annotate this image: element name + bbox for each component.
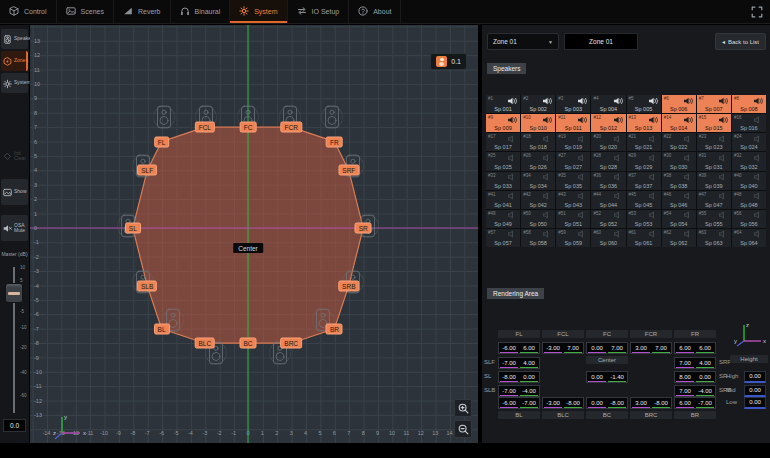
tab-label: Control — [24, 8, 47, 15]
rendering-value-fl[interactable]: -6.006.00 — [498, 342, 540, 354]
tab-binaural[interactable]: Binaural — [171, 0, 231, 23]
y-axis-tick: -12 — [34, 398, 42, 404]
rendering-value-slf[interactable]: -7.004.00 — [498, 357, 540, 369]
master-value-box: 0.0 — [3, 419, 26, 432]
canvas-object-label-sr[interactable]: SR — [355, 223, 372, 234]
canvas-object-label-fcl[interactable]: FCL — [195, 122, 215, 133]
master-fader-knob[interactable] — [5, 283, 23, 303]
canvas-object-label-srf[interactable]: SRF — [338, 165, 359, 176]
height-value-low[interactable]: 0.00 — [744, 397, 766, 409]
svg-text:y: y — [734, 338, 737, 344]
svg-text:y: y — [64, 414, 67, 420]
sidebar-item-zones[interactable]: Zones — [1, 51, 28, 71]
tab-control[interactable]: Control — [0, 0, 57, 23]
y-axis-tick: 10 — [34, 81, 40, 87]
sidebar-item-speakers[interactable]: Speakers — [1, 29, 28, 49]
value-x: 6.00 — [676, 343, 694, 353]
y-axis-tick: -11 — [34, 383, 42, 389]
sidebar-item-system[interactable]: System — [1, 73, 28, 93]
rendering-value-bl[interactable]: -6.00-7.00 — [498, 397, 540, 409]
tab-reverb[interactable]: Reverb — [114, 0, 171, 23]
x-axis-tick: 8 — [362, 430, 365, 436]
rendering-value-brc[interactable]: 3.00-8.00 — [630, 397, 672, 409]
y-axis-tick: 7 — [34, 124, 37, 130]
x-axis-tick: 4 — [304, 430, 307, 436]
tab-io-setup[interactable]: IO Setup — [288, 0, 350, 23]
tab-label: Scenes — [81, 8, 104, 15]
rendering-label-center: Center — [586, 356, 628, 364]
tool-init-clear[interactable]: Init Clear — [1, 143, 28, 169]
tool-show[interactable]: Show — [1, 179, 28, 205]
rendering-value-fcr[interactable]: 3.007.00 — [630, 342, 672, 354]
canvas-object-label-fl[interactable]: FL — [154, 136, 170, 147]
canvas-object-label-slb[interactable]: SLB — [137, 280, 157, 291]
canvas-object-label-fr[interactable]: FR — [326, 136, 343, 147]
tab-label: Binaural — [195, 8, 221, 15]
rendering-value-slb[interactable]: -7.00-4.00 — [498, 385, 540, 397]
tab-scenes[interactable]: Scenes — [57, 0, 114, 23]
x-axis-tick: -1 — [231, 430, 236, 436]
rendering-value-blc[interactable]: -3.00-8.00 — [542, 397, 584, 409]
tool-osa-mute[interactable]: OSA Mute — [1, 215, 28, 241]
y-axis-tick: -8 — [34, 340, 39, 346]
rendering-value-bc[interactable]: 0.00-8.00 — [586, 397, 628, 409]
canvas-object-label-srb[interactable]: SRB — [338, 280, 359, 291]
canvas-center-label[interactable]: Center — [233, 243, 263, 253]
rendering-label-slb: SLB — [484, 387, 495, 393]
canvas-object-label-fcr[interactable]: FCR — [281, 122, 302, 133]
rendering-value-br[interactable]: 6.00-7.00 — [674, 397, 716, 409]
height-value-mid[interactable]: 0.00 — [744, 385, 766, 397]
canvas-object-label-br[interactable]: BR — [326, 323, 343, 334]
tab-label: About — [373, 8, 391, 15]
canvas-object-label-sl[interactable]: SL — [125, 223, 141, 234]
svg-text:z: z — [53, 430, 56, 436]
rendering-value-fc[interactable]: 0.007.00 — [586, 342, 628, 354]
fader-scale-label: 10 — [20, 265, 29, 270]
tool-label: OSA Mute — [14, 223, 26, 234]
value-y: -7.00 — [696, 398, 714, 408]
rendering-label-fc: FC — [586, 330, 628, 338]
left-tool-rail: SpeakersZonesSystemInit ClearShowOSA Mut… — [0, 25, 29, 443]
io-icon — [297, 6, 308, 17]
tab-system[interactable]: System — [230, 0, 287, 23]
height-value-high[interactable]: 0.00 — [744, 371, 766, 383]
rendering-value-sl[interactable]: -8.000.00 — [498, 371, 540, 383]
scenes-icon — [66, 6, 77, 17]
canvas-object-label-slf[interactable]: SLF — [137, 165, 157, 176]
diamond-icon — [3, 152, 12, 161]
x-axis-tick: -7 — [145, 430, 150, 436]
rendering-value-fr[interactable]: 6.006.00 — [674, 342, 716, 354]
canvas-object-label-bc[interactable]: BC — [239, 338, 256, 349]
canvas-object-label-bl[interactable]: BL — [154, 323, 170, 334]
rendering-label-bl: BL — [498, 411, 540, 419]
rendering-label-blc: BLC — [542, 411, 584, 419]
y-axis-tick: 1 — [34, 211, 37, 217]
rendering-value-srf[interactable]: 7.004.00 — [674, 357, 716, 369]
rendering-value-sr[interactable]: 8.000.00 — [674, 371, 716, 383]
y-axis-tick: 6 — [34, 139, 37, 145]
zoom-in-button[interactable] — [454, 399, 472, 417]
y-axis-tick: -5 — [34, 297, 39, 303]
value-x: 6.00 — [676, 398, 694, 408]
x-axis-tick: 9 — [376, 430, 379, 436]
value-x: -8.00 — [500, 372, 518, 382]
rendering-value-center[interactable]: 0.00-1.40 — [586, 371, 628, 383]
canvas-object-label-brc[interactable]: BRC — [280, 338, 302, 349]
height-row-label-mid: Mid — [726, 387, 736, 393]
tab-about[interactable]: About — [349, 0, 401, 23]
x-axis-tick: -4 — [188, 430, 193, 436]
zoom-out-button[interactable] — [454, 420, 472, 438]
rendering-label-fl: FL — [498, 330, 540, 338]
canvas-speaker-icon[interactable] — [154, 104, 175, 130]
x-axis-tick: 0 — [246, 430, 249, 436]
fullscreen-icon[interactable] — [751, 6, 763, 18]
value-x: 7.00 — [676, 386, 694, 396]
rendering-value-srb[interactable]: 7.00-4.00 — [674, 385, 716, 397]
show-icon — [3, 188, 12, 197]
canvas-object-label-fc[interactable]: FC — [240, 122, 257, 133]
zone-canvas[interactable]: 0.1 FLFCLFCFCRFRSRFSRSRBBRBRCBCBLCBLSLBS… — [30, 25, 478, 443]
x-axis-tick: 12 — [418, 430, 424, 436]
canvas-object-label-blc[interactable]: BLC — [194, 338, 215, 349]
rendering-value-fcl[interactable]: -3.007.00 — [542, 342, 584, 354]
canvas-speaker-icon[interactable] — [321, 104, 342, 130]
